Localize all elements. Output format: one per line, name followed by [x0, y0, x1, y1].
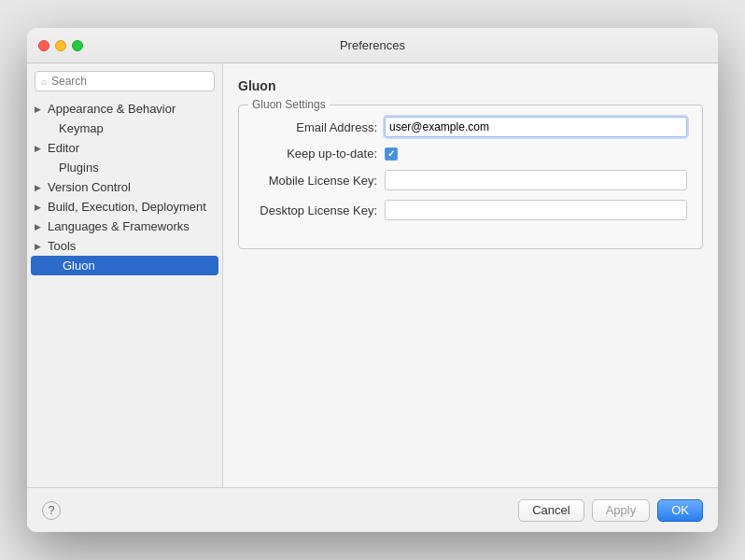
sidebar-item-label: Plugins — [59, 161, 99, 175]
gluon-settings-group: Gluon Settings Email Address: Keep up-to… — [238, 105, 703, 249]
desktop-license-input[interactable] — [385, 200, 687, 220]
minimize-button[interactable] — [55, 40, 66, 51]
help-button[interactable]: ? — [42, 501, 61, 520]
mobile-license-label: Mobile License Key: — [254, 174, 385, 188]
sidebar: ⌕ ▶ Appearance & Behavior Keymap ▶ Edito… — [27, 63, 223, 487]
bottom-bar: ? Cancel Apply OK — [27, 487, 718, 532]
group-label: Gluon Settings — [248, 98, 330, 111]
chevron-icon: ▶ — [35, 144, 44, 153]
sidebar-item-label: Gluon — [63, 259, 95, 273]
sidebar-item-appearance[interactable]: ▶ Appearance & Behavior — [27, 99, 222, 119]
sidebar-item-label: Keymap — [59, 121, 104, 135]
main-panel: Gluon Gluon Settings Email Address: Keep… — [223, 63, 718, 487]
sidebar-item-version-control[interactable]: ▶ Version Control — [27, 177, 222, 197]
bottom-right: Cancel Apply OK — [518, 499, 703, 522]
help-icon: ? — [49, 504, 55, 517]
ok-button[interactable]: OK — [657, 499, 703, 522]
sidebar-item-label: Tools — [48, 239, 76, 253]
sidebar-item-label: Build, Execution, Deployment — [48, 200, 206, 214]
keepuptodate-checkbox[interactable]: ✓ — [385, 147, 398, 161]
chevron-icon: ▶ — [35, 203, 44, 212]
mobile-license-input[interactable] — [385, 170, 687, 190]
traffic-lights — [38, 40, 83, 51]
chevron-icon: ▶ — [35, 105, 44, 114]
sidebar-item-keymap[interactable]: Keymap — [27, 119, 222, 138]
apply-button[interactable]: Apply — [592, 499, 651, 522]
checkmark-icon: ✓ — [387, 148, 395, 159]
email-input[interactable] — [385, 117, 687, 137]
keepuptodate-checkbox-container[interactable]: ✓ — [385, 147, 398, 161]
preferences-window: Preferences ⌕ ▶ Appearance & Behavior Ke… — [27, 28, 718, 532]
desktop-license-label: Desktop License Key: — [254, 203, 385, 217]
email-label: Email Address: — [254, 120, 385, 134]
search-bar[interactable]: ⌕ — [35, 71, 215, 91]
cancel-button[interactable]: Cancel — [518, 499, 583, 522]
maximize-button[interactable] — [72, 40, 83, 51]
chevron-icon: ▶ — [35, 222, 44, 231]
desktop-license-row: Desktop License Key: — [254, 200, 687, 220]
content-area: ⌕ ▶ Appearance & Behavior Keymap ▶ Edito… — [27, 63, 718, 487]
mobile-license-row: Mobile License Key: — [254, 170, 687, 190]
chevron-icon: ▶ — [35, 242, 44, 251]
sidebar-item-gluon[interactable]: Gluon — [31, 256, 218, 275]
sidebar-item-tools[interactable]: ▶ Tools — [27, 236, 222, 256]
sidebar-item-build[interactable]: ▶ Build, Execution, Deployment — [27, 197, 222, 217]
titlebar: Preferences — [27, 28, 718, 63]
sidebar-item-plugins[interactable]: Plugins — [27, 158, 222, 177]
search-input[interactable] — [51, 75, 208, 88]
window-title: Preferences — [340, 38, 405, 52]
sidebar-item-label: Editor — [48, 141, 79, 155]
sidebar-item-languages[interactable]: ▶ Languages & Frameworks — [27, 217, 222, 236]
sidebar-item-label: Version Control — [48, 180, 131, 194]
bottom-left: ? — [42, 501, 61, 520]
sidebar-item-editor[interactable]: ▶ Editor — [27, 138, 222, 158]
keepuptodate-row: Keep up-to-date: ✓ — [254, 147, 687, 161]
panel-title: Gluon — [238, 78, 703, 93]
close-button[interactable] — [38, 40, 49, 51]
chevron-icon: ▶ — [35, 183, 44, 192]
search-icon: ⌕ — [41, 76, 48, 87]
keepuptodate-label: Keep up-to-date: — [254, 147, 385, 161]
sidebar-item-label: Languages & Frameworks — [48, 219, 190, 233]
sidebar-item-label: Appearance & Behavior — [48, 102, 176, 116]
email-row: Email Address: — [254, 117, 687, 137]
